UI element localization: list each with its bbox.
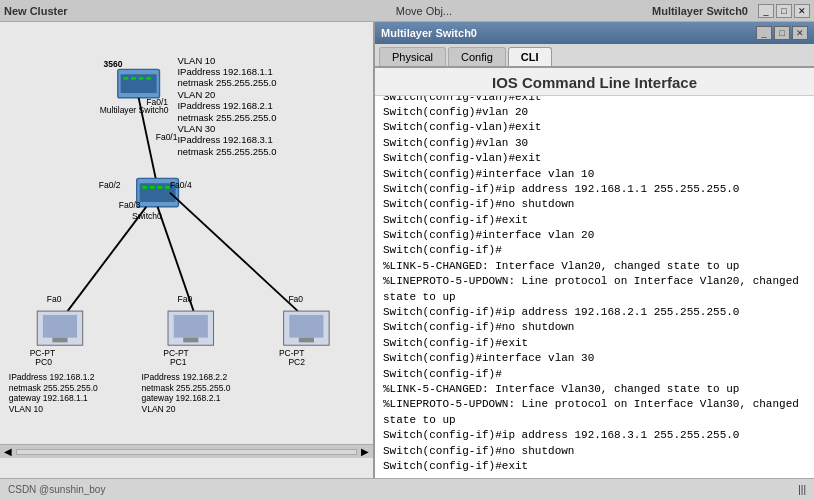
right-window-title: Multilayer Switch0 [652, 5, 748, 17]
cli-line: %LINK-5-CHANGED: Interface Vlan20, chang… [383, 259, 806, 274]
scroll-left-btn[interactable]: ◀ [4, 446, 12, 457]
status-text: CSDN @sunshin_boy [8, 484, 105, 495]
dialog-title: Multilayer Switch0 [381, 27, 477, 39]
svg-text:PC2: PC2 [288, 357, 305, 367]
svg-rect-49 [183, 338, 198, 343]
svg-rect-24 [142, 186, 147, 189]
minimize-button[interactable]: _ [758, 4, 774, 18]
maximize-button[interactable]: □ [776, 4, 792, 18]
svg-rect-26 [158, 186, 163, 189]
svg-rect-25 [150, 186, 155, 189]
svg-text:netmask 255.255.255.0: netmask 255.255.255.0 [177, 77, 276, 88]
svg-text:IPaddress 192.168.2.1: IPaddress 192.168.2.1 [177, 100, 272, 111]
svg-text:Fa0/4: Fa0/4 [170, 180, 192, 190]
svg-text:VLAN 20: VLAN 20 [177, 89, 215, 100]
svg-text:VLAN 20: VLAN 20 [141, 404, 175, 414]
cli-line: %LINEPROTO-5-UPDOWN: Line protocol on In… [383, 397, 806, 428]
topology-panel: VLAN 10 IPaddress 192.168.1.1 netmask 25… [0, 22, 375, 478]
svg-text:gateway 192.168.2.1: gateway 192.168.2.1 [141, 393, 220, 403]
svg-text:PC-PT: PC-PT [279, 348, 305, 358]
svg-text:IPaddress 192.168.1.1: IPaddress 192.168.1.1 [177, 66, 272, 77]
svg-rect-39 [43, 315, 77, 338]
svg-text:VLAN 30: VLAN 30 [177, 123, 215, 134]
topology-svg: VLAN 10 IPaddress 192.168.1.1 netmask 25… [0, 22, 373, 458]
left-title: New Cluster [4, 5, 396, 17]
svg-text:PC-PT: PC-PT [163, 348, 189, 358]
svg-text:Fa0: Fa0 [47, 294, 62, 304]
cli-line: Switch(config-if)#ip address 192.168.1.1… [383, 182, 806, 197]
svg-text:Fa0/3: Fa0/3 [119, 200, 141, 210]
cli-line: Switch(config-if)#exit [383, 336, 806, 351]
tabs-bar: Physical Config CLI [375, 44, 814, 68]
svg-rect-15 [139, 77, 144, 80]
svg-text:netmask 255.255.255.0: netmask 255.255.255.0 [177, 146, 276, 157]
svg-text:Fa0/2: Fa0/2 [99, 180, 121, 190]
svg-text:Fa0: Fa0 [177, 294, 192, 304]
scroll-right-btn[interactable]: ▶ [361, 446, 369, 457]
cli-line: Switch(config)#vlan 20 [383, 105, 806, 120]
cli-area: IOS Command Line Interface Switch>enable… [375, 68, 814, 478]
close-button[interactable]: ✕ [794, 4, 810, 18]
svg-text:IPaddress 192.168.2.2: IPaddress 192.168.2.2 [141, 372, 227, 382]
cli-line: Switch(config-if)#no shutdown [383, 444, 806, 459]
tab-physical[interactable]: Physical [379, 47, 446, 66]
cli-line: Switch(config-vlan)#exit [383, 151, 806, 166]
tab-config[interactable]: Config [448, 47, 506, 66]
svg-text:VLAN 10: VLAN 10 [177, 55, 215, 66]
cli-output[interactable]: Switch>enableSwitch#configure terminalEn… [375, 96, 814, 478]
svg-rect-16 [146, 77, 151, 80]
dialog-title-bar: Multilayer Switch0 _ □ ✕ [375, 22, 814, 44]
cli-line: Switch(config-vlan)#exit [383, 96, 806, 105]
svg-text:netmask 255.255.255.0: netmask 255.255.255.0 [177, 112, 276, 123]
move-obj-label: Move Obj... [396, 5, 452, 17]
dialog-maximize-btn[interactable]: □ [774, 26, 790, 40]
cli-line: Switch(config-if)#exit [383, 459, 806, 474]
scroll-indicator: ||| [798, 484, 806, 495]
svg-text:Fa0/1: Fa0/1 [156, 132, 178, 142]
svg-text:3560: 3560 [104, 59, 123, 69]
dialog-minimize-btn[interactable]: _ [756, 26, 772, 40]
svg-rect-48 [174, 315, 208, 338]
svg-text:gateway 192.168.1.1: gateway 192.168.1.1 [9, 393, 88, 403]
svg-rect-57 [289, 315, 323, 338]
cli-line: Switch(config-vlan)#exit [383, 120, 806, 135]
cli-line: Switch(config-if)# [383, 367, 806, 382]
svg-text:IPaddress 192.168.3.1: IPaddress 192.168.3.1 [177, 134, 272, 145]
cli-line: Switch(config)#interface vlan 30 [383, 351, 806, 366]
svg-rect-13 [123, 77, 128, 80]
cli-line: Switch(config-if)#ip address 192.168.3.1… [383, 428, 806, 443]
cli-line: Switch(config-if)# [383, 243, 806, 258]
svg-text:Fa0/1: Fa0/1 [146, 97, 168, 107]
cli-line: Switch(config)#vlan 30 [383, 136, 806, 151]
svg-text:IPaddress 192.168.1.2: IPaddress 192.168.1.2 [9, 372, 95, 382]
svg-rect-40 [52, 338, 67, 343]
svg-rect-12 [121, 74, 157, 93]
cli-line: %LINK-5-CHANGED: Interface Vlan30, chang… [383, 382, 806, 397]
svg-text:Fa0: Fa0 [288, 294, 303, 304]
cli-line: Switch(config-if)#ip address 192.168.2.1… [383, 305, 806, 320]
cli-line: Switch(config-if)#no shutdown [383, 320, 806, 335]
cli-line: Switch(config)#interface vlan 20 [383, 228, 806, 243]
svg-text:PC0: PC0 [35, 357, 52, 367]
svg-text:netmask 255.255.255.0: netmask 255.255.255.0 [9, 383, 98, 393]
cli-line: Switch(config)#interface vlan 10 [383, 167, 806, 182]
cli-line: Switch(config-if)#no shutdown [383, 197, 806, 212]
svg-text:VLAN 10: VLAN 10 [9, 404, 43, 414]
tab-cli[interactable]: CLI [508, 47, 552, 66]
svg-rect-14 [131, 77, 136, 80]
cli-title: IOS Command Line Interface [375, 68, 814, 96]
cli-line: Switch(config-if)#exit [383, 213, 806, 228]
status-bar: CSDN @sunshin_boy ||| [0, 478, 814, 500]
svg-rect-58 [299, 338, 314, 343]
svg-text:PC1: PC1 [170, 357, 187, 367]
switch-dialog: Multilayer Switch0 _ □ ✕ Physical Config… [375, 22, 814, 478]
svg-text:PC-PT: PC-PT [30, 348, 56, 358]
cli-line: %LINEPROTO-5-UPDOWN: Line protocol on In… [383, 274, 806, 305]
dialog-close-btn[interactable]: ✕ [792, 26, 808, 40]
svg-text:netmask 255.255.255.0: netmask 255.255.255.0 [141, 383, 230, 393]
